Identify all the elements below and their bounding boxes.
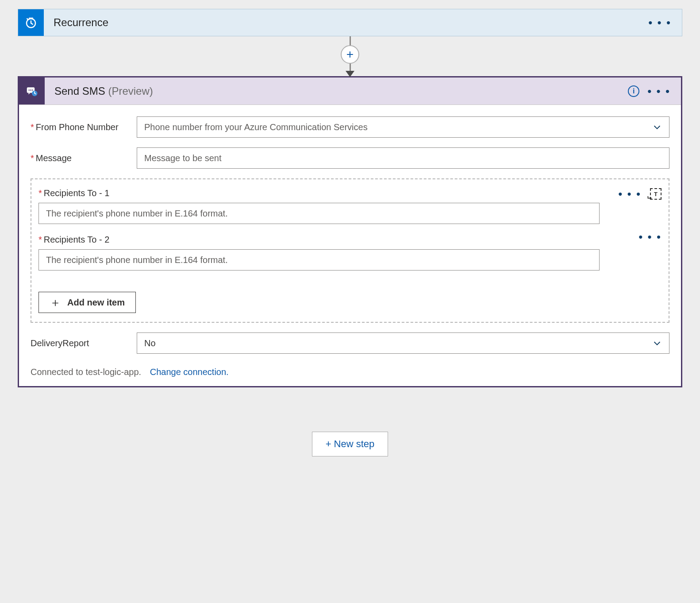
svg-point-4 [32, 89, 33, 91]
delivery-report-dropdown[interactable]: No [137, 332, 669, 354]
recipient-item-1: • • • T *Recipients To - 1 The recipient… [38, 188, 662, 224]
delivery-report-value: No [144, 338, 156, 348]
recipient-2-menu-button[interactable]: • • • [638, 235, 662, 239]
info-icon[interactable]: i [628, 85, 639, 97]
from-phone-label: *From Phone Number [31, 122, 137, 132]
delivery-report-row: DeliveryReport No [31, 332, 669, 354]
message-placeholder: Message to be sent [144, 153, 222, 163]
send-sms-header[interactable]: Send SMS (Preview) i • • • [19, 77, 681, 105]
message-label: *Message [31, 153, 137, 163]
add-step-between-button[interactable]: + [341, 45, 359, 64]
sms-title-text: Send SMS [54, 85, 105, 97]
required-marker: * [38, 188, 42, 198]
svg-point-3 [30, 89, 31, 91]
recurrence-step[interactable]: Recurrence • • • [18, 9, 682, 36]
recipient-2-input[interactable]: The recipient's phone number in E.164 fo… [38, 249, 600, 271]
sms-icon [19, 77, 45, 104]
recurrence-title: Recurrence [44, 16, 648, 29]
chevron-down-icon [652, 122, 662, 132]
recurrence-menu-button[interactable]: • • • [648, 20, 671, 25]
chevron-down-icon [652, 338, 662, 348]
switch-to-text-mode-icon[interactable]: T [650, 188, 662, 200]
plus-icon: + [326, 438, 331, 450]
recipient-1-menu-button[interactable]: • • • [618, 192, 641, 196]
recipient-item-2: • • • *Recipients To - 2 The recipient's… [38, 235, 662, 271]
send-sms-step: Send SMS (Preview) i • • • *From Phone N… [18, 76, 682, 387]
sms-menu-button[interactable]: • • • [647, 89, 670, 93]
step-connector: + [18, 36, 682, 76]
svg-point-2 [29, 89, 30, 91]
recipient-1-placeholder: The recipient's phone number in E.164 fo… [46, 209, 228, 219]
recipient-1-label: *Recipients To - 1 [38, 188, 662, 198]
message-input[interactable]: Message to be sent [137, 147, 669, 169]
connection-footer: Connected to test-logic-app. Change conn… [31, 367, 669, 377]
required-marker: * [38, 235, 42, 244]
sms-preview-badge: (Preview) [108, 85, 153, 97]
send-sms-title: Send SMS (Preview) [45, 85, 628, 97]
new-step-button[interactable]: + New step [312, 432, 388, 456]
recipient-1-input[interactable]: The recipient's phone number in E.164 fo… [38, 203, 600, 224]
plus-icon: ＋ [50, 295, 61, 310]
connection-text: Connected to test-logic-app. [31, 367, 141, 377]
new-step-label: New step [334, 438, 375, 450]
recipient-2-label: *Recipients To - 2 [38, 235, 662, 245]
recipients-container: • • • T *Recipients To - 1 The recipient… [31, 178, 669, 323]
from-phone-dropdown[interactable]: Phone number from your Azure Communicati… [137, 116, 669, 138]
delivery-report-label: DeliveryReport [31, 338, 137, 348]
change-connection-link[interactable]: Change connection. [150, 367, 229, 377]
add-new-item-button[interactable]: ＋ Add new item [38, 292, 136, 313]
add-item-label: Add new item [67, 298, 125, 308]
required-marker: * [31, 122, 34, 132]
recipient-2-placeholder: The recipient's phone number in E.164 fo… [46, 255, 228, 265]
required-marker: * [31, 153, 34, 163]
message-row: *Message Message to be sent [31, 147, 669, 169]
from-phone-placeholder: Phone number from your Azure Communicati… [144, 122, 368, 132]
recurrence-icon [18, 9, 44, 36]
from-phone-row: *From Phone Number Phone number from you… [31, 116, 669, 138]
